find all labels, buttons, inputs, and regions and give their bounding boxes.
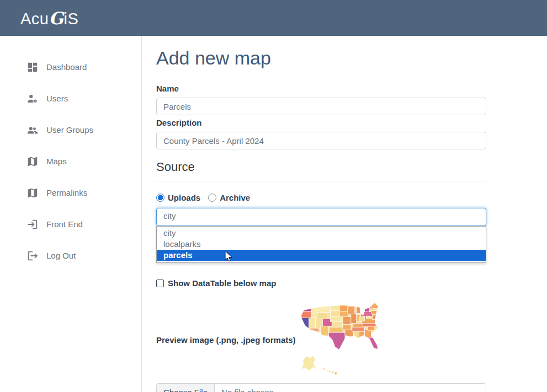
archive-radio-label: Archive [220,193,250,202]
logo-text-prefix: Acu [20,10,49,28]
datatable-checkbox-row: Show DataTable below map [156,278,486,288]
sidebar-item-log-out[interactable]: Log Out [0,240,141,271]
sidebar-item-maps[interactable]: Maps [0,146,141,177]
preview-section: Preview image (.png, .jpeg formats) [156,301,486,378]
choose-file-button[interactable]: Choose File [157,384,215,392]
preview-image-label: Preview image (.png, .jpeg formats) [156,335,299,345]
top-navbar: AcuGiS [0,0,547,36]
uploads-radio-label: Uploads [168,193,200,202]
uploads-radio[interactable] [156,194,164,202]
logout-arrow-icon [26,250,39,262]
sidebar-item-dashboard[interactable]: Dashboard [0,51,141,83]
source-heading: Source [156,160,486,181]
sidebar-item-label: User Groups [46,125,93,135]
sidebar-item-label: Users [46,94,68,103]
map-icon [26,187,39,199]
preview-file-input[interactable]: Choose File No file chosen [156,383,486,392]
layer-select-value: city [163,211,176,221]
usa-preview-map-image [299,301,391,378]
app-logo[interactable]: AcuGiS [20,8,78,28]
hawaii-islands [323,368,337,374]
map-icon [26,155,39,168]
sidebar-item-users[interactable]: Users [0,83,141,114]
logo-text-suffix: iS [63,10,78,28]
sidebar-item-label: Maps [46,157,67,166]
sidebar-item-permalinks[interactable]: Permalinks [0,177,141,208]
layer-select[interactable]: city [156,208,486,226]
logo-text-g: G [49,8,63,28]
alaska-shape [301,356,317,371]
show-datatable-checkbox[interactable] [156,280,164,287]
description-label: Description [156,118,486,127]
file-chosen-status: No file chosen [215,384,274,392]
archive-radio[interactable] [208,194,216,202]
login-arrow-icon [26,218,39,230]
layer-option-city[interactable]: city [157,228,486,239]
layer-options-list: city localparks parcels [156,226,486,263]
sidebar-item-label: Log Out [46,251,76,260]
people-group-icon [26,124,39,136]
user-gear-icon [26,93,39,105]
sidebar-item-user-groups[interactable]: User Groups [0,114,141,146]
layer-option-localparks[interactable]: localparks [157,239,486,250]
main-content: Add new map Name Description Source Uplo… [142,36,547,392]
show-datatable-label: Show DataTable below map [168,278,276,288]
sidebar-item-label: Dashboard [46,62,87,72]
page-title: Add new map [156,47,486,69]
dashboard-icon [26,61,39,73]
sidebar-item-label: Permalinks [46,188,87,197]
name-label: Name [156,84,486,93]
sidebar-item-label: Front End [46,219,83,229]
description-input[interactable] [156,132,486,149]
source-radio-group: Uploads Archive [156,193,486,202]
sidebar: Dashboard Users User Groups Maps Permali [0,36,142,392]
sidebar-item-front-end[interactable]: Front End [0,208,141,240]
layer-option-parcels[interactable]: parcels [157,250,486,261]
name-input[interactable] [156,98,486,115]
